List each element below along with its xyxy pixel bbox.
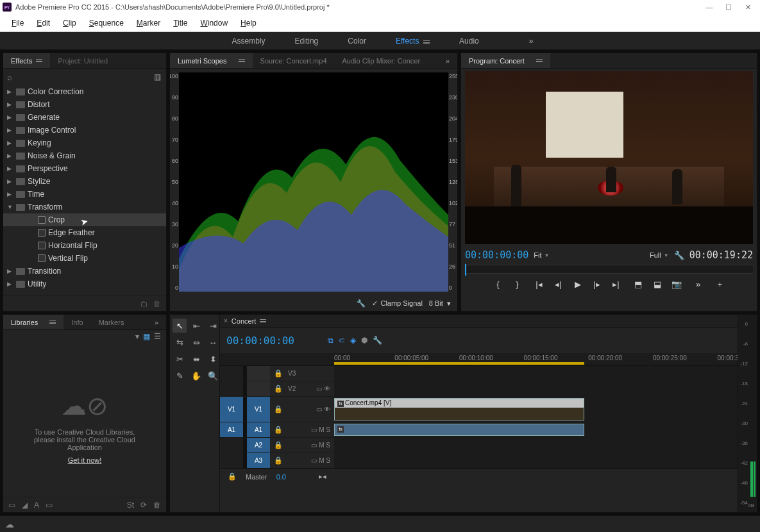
libraries-tab-overflow-icon[interactable]: » (147, 315, 166, 329)
add-button-icon[interactable]: + (715, 279, 725, 289)
close-button[interactable]: ✕ (738, 1, 757, 13)
workspace-color[interactable]: Color (342, 34, 371, 48)
slide-tool-icon[interactable]: ⬍ (206, 352, 220, 366)
bit-depth-dropdown[interactable]: 8 Bit ▾ (429, 299, 451, 308)
target-a2[interactable]: A2 (247, 438, 270, 453)
wrench-icon[interactable]: 🔧 (357, 299, 366, 308)
tab-info[interactable]: Info (63, 315, 90, 329)
menu-clip[interactable]: Clip (56, 16, 83, 30)
folder-noise-grain[interactable]: Noise & Grain (28, 151, 76, 160)
target-a1[interactable]: A1 (247, 422, 270, 437)
program-scrubber[interactable] (465, 265, 753, 274)
menu-title[interactable]: Title (167, 16, 194, 30)
get-it-now-link[interactable]: Get it now! (68, 456, 102, 464)
timeline-ruler[interactable]: 00:00 00:00:05:00 00:00:10:00 00:00:15:0… (220, 353, 738, 366)
lib-tool-4-icon[interactable]: ▭ (46, 501, 53, 510)
effect-horizontal-flip[interactable]: Horizontal Flip (48, 241, 97, 250)
effect-vertical-flip[interactable]: Vertical Flip (48, 254, 88, 263)
track-master[interactable]: 🔒Master0.0▸◂ (220, 469, 738, 484)
zoom-tool-icon[interactable]: 🔍 (206, 369, 220, 383)
track-a3[interactable]: A3 🔒▭ M S (220, 453, 738, 469)
track-a1[interactable]: A1 A1 🔒▭ M S fx (220, 422, 738, 438)
folder-perspective[interactable]: Perspective (28, 164, 68, 173)
workspace-effects[interactable]: Effects (391, 34, 435, 48)
folder-color-correction[interactable]: Color Correction (28, 87, 83, 96)
program-timecode-in[interactable]: 00:00:00:00 (465, 249, 528, 261)
lift-icon[interactable]: ⬒ (633, 279, 643, 289)
rate-stretch-tool-icon[interactable]: ↔ (206, 335, 220, 349)
pen-tool-icon[interactable]: ✎ (173, 369, 187, 383)
ripple-edit-tool-icon[interactable]: ⇆ (173, 335, 187, 349)
lib-list-view-icon[interactable]: ☰ (154, 332, 161, 341)
linked-selection-icon[interactable]: ⊂ (339, 336, 345, 345)
zoom-fit-dropdown[interactable]: Fit▼ (534, 251, 549, 259)
step-forward-icon[interactable]: |▸ (592, 279, 602, 289)
mark-in-icon[interactable]: { (493, 279, 503, 289)
button-editor-overflow-icon[interactable]: » (693, 279, 704, 289)
track-v3[interactable]: 🔒V3 (220, 366, 738, 381)
folder-utility[interactable]: Utility (28, 279, 46, 288)
timeline-timecode[interactable]: 00:00:00:00 (220, 335, 328, 347)
go-to-in-icon[interactable]: |◂ (534, 279, 545, 289)
snap-icon[interactable]: ⧉ (328, 336, 334, 345)
track-select-backward-tool-icon[interactable]: ⇥ (206, 319, 220, 333)
play-icon[interactable]: ▶ (573, 279, 583, 289)
workspace-overflow-icon[interactable]: » (529, 37, 534, 46)
maximize-button[interactable]: ☐ (719, 1, 738, 13)
effect-edge-feather[interactable]: Edge Feather (48, 228, 95, 237)
rolling-edit-tool-icon[interactable]: ⇔ (189, 335, 203, 349)
tab-libraries[interactable]: Libraries (3, 315, 63, 329)
razor-tool-icon[interactable]: ✂ (173, 352, 187, 366)
lib-tool-5-icon[interactable]: St (127, 501, 134, 510)
settings-wrench-icon[interactable]: 🔧 (674, 251, 684, 260)
folder-transform[interactable]: Transform (28, 203, 62, 212)
menu-file[interactable]: File (5, 16, 30, 30)
program-video-display[interactable] (465, 71, 753, 244)
workspace-assembly[interactable]: Assembly (227, 34, 271, 48)
add-marker-icon[interactable]: ◈ (350, 336, 356, 345)
timeline-settings-icon[interactable]: ⬢ (361, 336, 367, 345)
sequence-tab[interactable]: × Concert (220, 315, 738, 328)
step-back-icon[interactable]: ◂| (553, 279, 564, 289)
folder-stylize[interactable]: Stylize (28, 177, 50, 186)
tab-overflow-icon[interactable]: » (438, 53, 457, 68)
tab-audio-clip-mixer[interactable]: Audio Clip Mixer: Concer (335, 53, 428, 68)
preset-type-icon[interactable]: ▥ (152, 72, 162, 81)
timeline-wrench-icon[interactable]: 🔧 (373, 336, 382, 345)
quality-dropdown[interactable]: Full▼ (650, 251, 669, 259)
folder-keying[interactable]: Keying (28, 138, 51, 147)
effects-tree[interactable]: ▶Color Correction ▶Distort ▶Generate ▶Im… (3, 85, 166, 295)
source-patch-a1[interactable]: A1 (220, 422, 243, 437)
lib-tool-2-icon[interactable]: ◢ (22, 501, 28, 510)
folder-distort[interactable]: Distort (28, 100, 50, 109)
tab-source[interactable]: Source: Concert.mp4 (253, 53, 335, 68)
cc-status-icon[interactable]: ☁ (5, 519, 14, 529)
lib-tool-1-icon[interactable]: ▭ (8, 501, 15, 510)
lib-tool-3-icon[interactable]: A (34, 501, 39, 510)
folder-time[interactable]: Time (28, 190, 44, 199)
folder-image-control[interactable]: Image Control (28, 126, 76, 135)
clamp-signal-toggle[interactable]: Clamp Signal (372, 299, 422, 308)
new-bin-icon[interactable]: 🗀 (140, 299, 148, 308)
track-select-forward-tool-icon[interactable]: ⇤ (189, 319, 203, 333)
slip-tool-icon[interactable]: ⬌ (189, 352, 203, 366)
workspace-editing[interactable]: Editing (290, 34, 324, 48)
source-patch-v1[interactable]: V1 (220, 397, 243, 422)
extract-icon[interactable]: ⬓ (652, 279, 663, 289)
track-a2[interactable]: A2 🔒▭ M S (220, 438, 738, 453)
audio-meter[interactable]: 0-6-12-18-24-30-36-42-48-54 dB (738, 315, 757, 512)
hand-tool-icon[interactable]: ✋ (189, 369, 203, 383)
menu-help[interactable]: Help (234, 16, 263, 30)
export-frame-icon[interactable]: 📷 (671, 279, 682, 289)
minimize-button[interactable]: — (700, 1, 719, 13)
target-v1[interactable]: V1 (247, 397, 270, 422)
clip-concert-audio[interactable]: fx (334, 424, 584, 436)
menu-marker[interactable]: Marker (130, 16, 167, 30)
effect-crop[interactable]: Crop (48, 215, 65, 224)
menu-window[interactable]: Window (194, 16, 234, 30)
tab-effects[interactable]: Effects (3, 53, 50, 68)
tab-project[interactable]: Project: Untitled (50, 53, 115, 68)
workspace-audio[interactable]: Audio (454, 34, 484, 48)
folder-generate[interactable]: Generate (28, 113, 60, 122)
track-v1[interactable]: V1 V1 🔒▭ 👁 fxConcert.mp4 [V] (220, 397, 738, 422)
